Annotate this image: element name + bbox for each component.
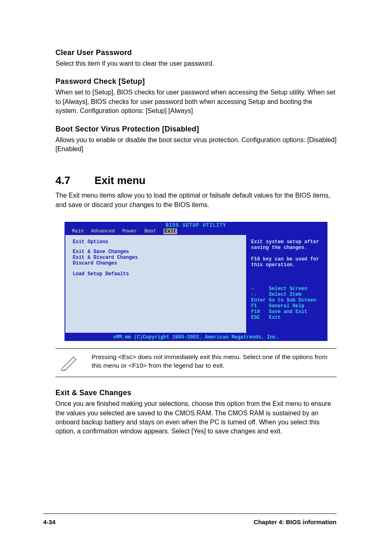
bios-tab-boot: Boot (144, 228, 156, 234)
bios-copyright-footer: vMM.mm (C)Copyright 1985-2002, American … (65, 334, 327, 341)
page-number: 4-34 (43, 518, 55, 525)
chapter-label: Chapter 4: BIOS information (254, 518, 337, 525)
footer-rule (43, 514, 337, 514)
body-boot-sector: Allows you to enable or disable the boot… (55, 136, 337, 154)
bios-tab-power: Power (122, 228, 137, 234)
bios-left-pane: Exit Options Exit & Save Changes Exit & … (65, 235, 245, 334)
heading-exit-save-changes: Exit & Save Changes (55, 389, 337, 397)
pencil-icon (60, 354, 79, 371)
bios-title: BIOS SETUP UTILITY (65, 222, 327, 228)
heading-boot-sector: Boot Sector Virus Protection [Disabled] (55, 125, 337, 134)
heading-clear-user-password: Clear User Password (55, 48, 337, 57)
bios-exit-options-heading: Exit Options (73, 239, 238, 245)
bios-opt-discard: Discard Changes (73, 260, 238, 266)
heading-password-check: Password Check [Setup] (55, 77, 337, 86)
note-text: Pressing <Esc> does not immediately exit… (92, 353, 337, 370)
bios-opt-load-defaults: Load Setup Defaults (73, 271, 238, 277)
body-clear-user-password: Select this item if you want to clear th… (55, 59, 337, 68)
bios-opt-exit-save: Exit & Save Changes (73, 249, 238, 255)
bios-tab-main: Main (72, 228, 84, 234)
bios-nav-legend: ↔ Select Screen ↑↓ Select Item Enter Go … (251, 286, 322, 320)
bios-screenshot: BIOS SETUP UTILITY Main Advanced Power B… (65, 222, 327, 341)
bios-help-text: Exit system setup after saving the chang… (251, 239, 322, 268)
bios-tab-advanced: Advanced (91, 228, 115, 234)
exit-menu-intro: The Exit menu items allow you to load th… (55, 191, 337, 210)
page-footer: 4-34 Chapter 4: BIOS information (43, 518, 337, 525)
note-block: Pressing <Esc> does not immediately exit… (55, 348, 337, 377)
body-password-check: When set to [Setup], BIOS checks for use… (55, 88, 337, 115)
bios-right-pane: Exit system setup after saving the chang… (245, 235, 327, 334)
section-number: 4.7 (55, 174, 95, 187)
bios-opt-exit-discard: Exit & Discard Changes (73, 255, 238, 260)
bios-tab-exit: Exit (164, 228, 177, 234)
heading-exit-menu: 4.7Exit menu (55, 174, 337, 187)
bios-tabbar: Main Advanced Power Boot Exit (65, 228, 327, 235)
body-exit-save-changes: Once you are finished making your select… (55, 399, 337, 436)
section-title: Exit menu (95, 174, 145, 187)
